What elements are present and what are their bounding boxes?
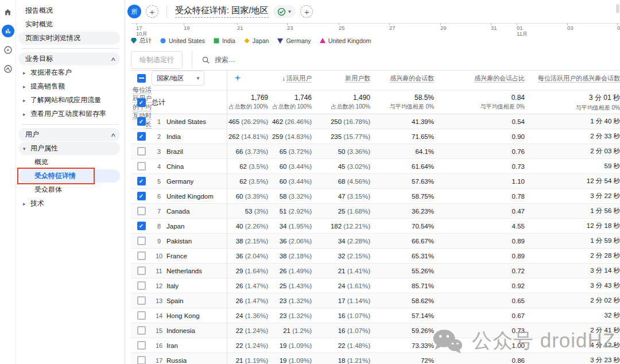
plot-selected-rows-button[interactable]: 绘制选定行 <box>131 51 183 69</box>
table-row[interactable]: 3Brazil66 (3.73%)65 (3.72%)50 (3.36%)64.… <box>131 144 620 159</box>
legend-triangle-down-icon <box>277 38 283 44</box>
legend-pin-icon <box>131 38 137 44</box>
table-row[interactable]: 12Italy26 (1.47%)25 (1.43%)24 (1.61%)85.… <box>131 278 620 293</box>
row-metric-cell: 25 (1.43%) <box>268 282 312 289</box>
table-row[interactable]: 8Japan40 (2.26%)34 (1.95%)182 (12.21%)70… <box>131 219 620 234</box>
sidebar-item-user[interactable]: 用户∧ <box>18 128 120 141</box>
sidebar-item-realtime-overview[interactable]: 实时概览 <box>18 18 120 31</box>
add-comparison-icon[interactable]: + <box>146 5 158 18</box>
row-metric-cell: 16 (1.07%) <box>312 327 370 334</box>
sidebar-item-report-snapshot[interactable]: 报告概况 <box>18 4 120 17</box>
table-row[interactable]: 9Pakistan38 (2.15%)36 (2.06%)34 (2.28%)6… <box>131 234 620 249</box>
legend-item[interactable]: United Kingdom <box>320 37 371 44</box>
table-row[interactable]: 7Canada53 (3%)51 (2.92%)25 (1.68%)36.23%… <box>131 204 620 219</box>
row-metric-cell: 24 (1.61%) <box>312 282 370 289</box>
expand-arrow-icon: ▸ <box>23 84 30 90</box>
table-row[interactable]: 17Russia21 (1.19%)19 (1.09%)18 (1.21%)72… <box>131 353 620 364</box>
totals-cell: 1,769占总数的 100% <box>227 94 268 111</box>
table-row[interactable]: 11Netherlands29 (1.64%)26 (1.49%)21 (1.4… <box>131 264 620 278</box>
chevron-up-icon[interactable]: ∧ <box>110 132 117 138</box>
home-icon[interactable] <box>2 6 14 18</box>
sidebar-item-engagement-retention[interactable]: ▸查看用户互动度和留存率 <box>18 107 120 121</box>
row-metric-cell: 64.1% <box>370 148 434 155</box>
row-checkbox[interactable] <box>137 251 146 260</box>
row-checkbox[interactable] <box>137 192 146 200</box>
add-dimension-icon[interactable]: + <box>235 72 241 83</box>
sidebar-item-demographic-details[interactable]: 受众特征详情 <box>18 169 120 183</box>
row-checkbox[interactable] <box>137 281 146 290</box>
sidebar-item-tech[interactable]: ▸技术 <box>18 197 120 210</box>
row-metric-cell: 23 (1.32%) <box>268 312 312 319</box>
totals-cell: 1,746占总数的 100% <box>268 94 312 111</box>
row-checkbox[interactable] <box>137 311 146 320</box>
row-rank: 17 <box>152 357 166 364</box>
sidebar-item-site-app-traffic[interactable]: ▸了解网站和/或应用流量 <box>18 94 120 107</box>
table-row[interactable]: 10France36 (2.04%)38 (2.18%)32 (2.15%)65… <box>131 249 620 264</box>
add-report-icon[interactable]: + <box>300 5 313 18</box>
table-row[interactable]: 13Spain26 (1.47%)23 (1.32%)17 (1.14%)58.… <box>131 293 620 308</box>
dimension-selector[interactable]: 国家/地区 ▼ <box>152 71 204 86</box>
sidebar-item-raise-sales[interactable]: ▸提高销售额 <box>18 80 120 93</box>
row-metric-cell: 34 (2.28%) <box>312 238 370 245</box>
row-checkbox[interactable] <box>137 207 146 215</box>
sidebar-item-business-objectives[interactable]: 业务目标∧ <box>18 52 120 65</box>
row-checkbox[interactable] <box>137 326 146 335</box>
sidebar-item-realtime-pages[interactable]: 页面实时浏览情况 <box>18 32 120 45</box>
search-input[interactable] <box>215 56 387 64</box>
row-metric-cell: 259 (14.83%) <box>268 133 312 140</box>
row-checkbox-cell <box>131 147 152 156</box>
chevron-up-icon[interactable]: ∧ <box>110 56 117 62</box>
sidebar-item-audiences[interactable]: 受众群体 <box>18 183 120 196</box>
totals-checkbox-cell <box>131 98 152 107</box>
table-row[interactable]: 5Germany62 (3.5%)60 (3.44%)68 (4.56%)57.… <box>131 174 620 189</box>
row-checkbox[interactable] <box>137 237 146 245</box>
legend-item[interactable]: Germany <box>277 37 311 44</box>
sidebar-item-overview[interactable]: 概览 <box>18 156 120 169</box>
explore-icon[interactable] <box>2 44 14 56</box>
legend-item[interactable]: Japan <box>244 37 269 44</box>
advertising-icon[interactable] <box>2 63 14 75</box>
legend-item[interactable]: 总计 <box>131 37 152 45</box>
table-row[interactable]: 2India262 (14.81%)259 (14.83%)235 (15.77… <box>131 129 620 144</box>
row-metric-cell: 26 (1.47%) <box>227 282 268 289</box>
scrollbar-thumb[interactable] <box>616 4 619 13</box>
totals-cell: 3 分 01 秒与平均值相差 0% <box>525 93 620 112</box>
column-header[interactable]: 感兴趣的会话占比 <box>434 74 525 83</box>
report-status-pill[interactable]: ▼ <box>273 5 296 18</box>
row-checkbox[interactable] <box>137 222 146 230</box>
reports-icon[interactable] <box>2 25 14 37</box>
row-checkbox[interactable] <box>137 177 146 185</box>
row-checkbox[interactable] <box>137 162 146 171</box>
row-checkbox[interactable] <box>137 341 146 350</box>
row-metric-cell: 61.64% <box>370 163 434 170</box>
row-rank: 5 <box>152 178 166 185</box>
table-row[interactable]: 4China62 (3.5%)60 (3.44%)45 (3.02%)61.64… <box>131 159 620 174</box>
legend-item[interactable]: India <box>214 37 235 44</box>
sidebar-item-generate-leads[interactable]: ▸发掘潜在客户 <box>18 66 120 79</box>
column-header[interactable]: ↓活跃用户 <box>268 74 312 83</box>
totals-checkbox[interactable] <box>137 98 146 107</box>
table-row[interactable]: 1United States465 (26.29%)462 (26.46%)25… <box>131 114 620 129</box>
select-all-checkbox[interactable] <box>137 74 146 83</box>
row-metric-cell: 40 (2.26%) <box>227 223 268 230</box>
table-row[interactable]: 15Indonesia22 (1.24%)21 (1.2%)16 (1.07%)… <box>131 323 620 338</box>
legend-item[interactable]: United States <box>160 37 205 44</box>
row-checkbox[interactable] <box>137 266 146 275</box>
expand-arrow-icon: ▸ <box>23 201 30 207</box>
row-checkbox[interactable] <box>137 117 146 126</box>
row-checkbox[interactable] <box>137 296 146 305</box>
table-row[interactable]: 6United Kingdom60 (3.39%)58 (3.32%)47 (3… <box>131 189 620 204</box>
sidebar-item-label: 用户属性 <box>30 144 58 153</box>
column-header[interactable]: 新用户数 <box>312 74 370 83</box>
sidebar-item-user-attributes[interactable]: ▾用户属性 <box>18 142 120 155</box>
table-row[interactable]: 16Iran22 (1.24%)19 (1.09%)22 (1.48%)73.3… <box>131 338 620 353</box>
column-header[interactable]: 每位活跃用户的感兴趣会话数 <box>525 74 620 83</box>
row-checkbox[interactable] <box>137 132 146 141</box>
row-metric-cell: 182 (12.21%) <box>312 223 370 230</box>
row-checkbox[interactable] <box>137 356 146 364</box>
account-badge[interactable]: 所 <box>127 5 141 18</box>
row-checkbox[interactable] <box>137 147 146 156</box>
row-metric-cell: 26 (1.49%) <box>268 268 312 274</box>
column-header[interactable]: 感兴趣的会话数 <box>370 74 434 83</box>
table-row[interactable]: 14Hong Kong24 (1.36%)23 (1.32%)16 (1.07%… <box>131 308 620 323</box>
